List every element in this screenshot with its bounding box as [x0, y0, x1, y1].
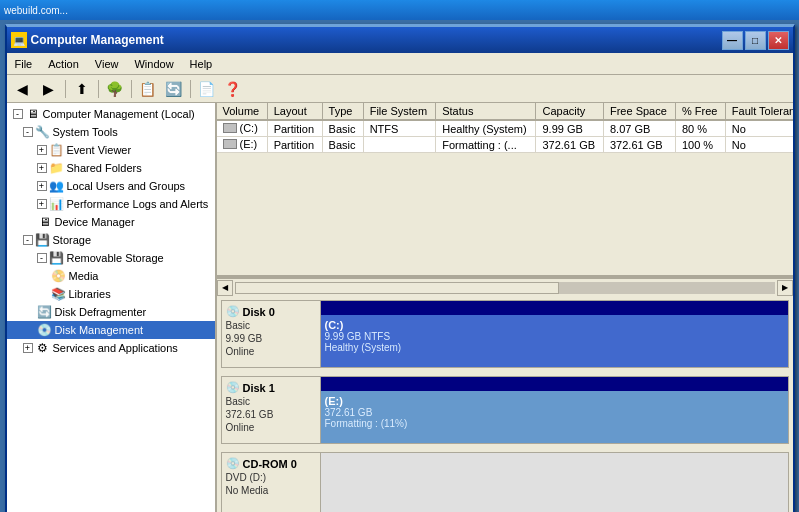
tree-root[interactable]: - 🖥 Computer Management (Local) — [7, 105, 215, 123]
window-icon: 💻 — [11, 32, 27, 48]
cell-capacity: 372.61 GB — [536, 137, 604, 153]
tree-local-users[interactable]: + 👥 Local Users and Groups — [7, 177, 215, 195]
cdrom0-row: 💿 CD-ROM 0 DVD (D:) No Media — [221, 452, 789, 512]
title-buttons: — □ ✕ — [722, 31, 789, 50]
cell-freespace: 8.07 GB — [603, 120, 675, 137]
disk0-label: 💿 Disk 0 Basic 9.99 GB Online — [221, 300, 321, 368]
removable-storage-label: Removable Storage — [67, 252, 164, 264]
disk1-partition-size: 372.61 GB — [325, 407, 784, 418]
computer-icon: 🖥 — [25, 107, 41, 121]
cell-layout: Partition — [267, 137, 322, 153]
cdrom0-type: DVD (D:) — [226, 472, 316, 483]
disk0-size: 9.99 GB — [226, 333, 316, 344]
toolbar: ◀ ▶ ⬆ 🌳 📋 🔄 📄 ❓ — [7, 75, 793, 103]
event-viewer-icon: 📋 — [49, 143, 65, 157]
toolbar-sep-4 — [190, 80, 191, 98]
tree-services-apps[interactable]: + ⚙ Services and Applications — [7, 339, 215, 357]
cell-fault: No — [725, 120, 792, 137]
disk1-label: 💿 Disk 1 Basic 372.61 GB Online — [221, 376, 321, 444]
disk1-type: Basic — [226, 396, 316, 407]
os-label: webuild.com... — [4, 5, 68, 16]
help-toolbar-button[interactable]: ❓ — [221, 78, 245, 100]
disk1-partition-body: (E:) 372.61 GB Formatting : (11%) — [321, 391, 788, 443]
menu-window[interactable]: Window — [126, 56, 181, 72]
disk0-partition-status: Healthy (System) — [325, 342, 784, 353]
tree-storage[interactable]: - 💾 Storage — [7, 231, 215, 249]
disk0-partition-body: (C:) 9.99 GB NTFS Healthy (System) — [321, 315, 788, 367]
disk1-row: 💿 Disk 1 Basic 372.61 GB Online (E:) 3 — [221, 376, 789, 444]
tree-root-label: Computer Management (Local) — [43, 108, 195, 120]
media-icon: 📀 — [51, 269, 67, 283]
scroll-right-arrow[interactable]: ▶ — [777, 280, 793, 296]
col-status[interactable]: Status — [436, 103, 536, 120]
col-percentfree[interactable]: % Free — [675, 103, 725, 120]
scroll-left-arrow[interactable]: ◀ — [217, 280, 233, 296]
forward-button[interactable]: ▶ — [37, 78, 61, 100]
title-bar: 💻 Computer Management — □ ✕ — [7, 27, 793, 53]
col-layout[interactable]: Layout — [267, 103, 322, 120]
cdrom0-label: 💿 CD-ROM 0 DVD (D:) No Media — [221, 452, 321, 512]
tree-device-manager[interactable]: 🖥 Device Manager — [7, 213, 215, 231]
local-users-icon: 👥 — [49, 179, 65, 193]
maximize-button[interactable]: □ — [745, 31, 766, 50]
local-users-label: Local Users and Groups — [67, 180, 186, 192]
perf-logs-icon: 📊 — [49, 197, 65, 211]
col-fault[interactable]: Fault Tolerance — [725, 103, 792, 120]
disk1-size: 372.61 GB — [226, 409, 316, 420]
local-users-expand[interactable]: + — [37, 181, 47, 191]
col-capacity[interactable]: Capacity — [536, 103, 604, 120]
cell-status: Formatting : (... — [436, 137, 536, 153]
cdrom0-icon: 💿 — [226, 457, 240, 470]
refresh-button[interactable]: 🔄 — [162, 78, 186, 100]
system-tools-icon: 🔧 — [35, 125, 51, 139]
menu-view[interactable]: View — [87, 56, 127, 72]
tree-shared-folders[interactable]: + 📁 Shared Folders — [7, 159, 215, 177]
tree-media[interactable]: 📀 Media — [7, 267, 215, 285]
tree-removable-storage[interactable]: - 💾 Removable Storage — [7, 249, 215, 267]
shared-folders-icon: 📁 — [49, 161, 65, 175]
col-type[interactable]: Type — [322, 103, 363, 120]
root-expand[interactable]: - — [13, 109, 23, 119]
shared-expand[interactable]: + — [37, 163, 47, 173]
table-row[interactable]: (C:) Partition Basic NTFS Healthy (Syste… — [217, 120, 793, 137]
export-button[interactable]: 📄 — [195, 78, 219, 100]
up-button[interactable]: ⬆ — [70, 78, 94, 100]
col-filesystem[interactable]: File System — [363, 103, 436, 120]
tree-libraries[interactable]: 📚 Libraries — [7, 285, 215, 303]
menu-file[interactable]: File — [7, 56, 41, 72]
back-button[interactable]: ◀ — [11, 78, 35, 100]
cdrom0-title: 💿 CD-ROM 0 — [226, 457, 316, 470]
event-expand[interactable]: + — [37, 145, 47, 155]
tree-disk-defrag[interactable]: 🔄 Disk Defragmenter — [7, 303, 215, 321]
storage-expand[interactable]: - — [23, 235, 33, 245]
show-hide-tree[interactable]: 🌳 — [103, 78, 127, 100]
disk0-partition-c[interactable]: (C:) 9.99 GB NTFS Healthy (System) — [321, 301, 788, 367]
scroll-thumb[interactable] — [235, 282, 559, 294]
tree-disk-management[interactable]: 💿 Disk Management — [7, 321, 215, 339]
col-freespace[interactable]: Free Space — [603, 103, 675, 120]
menu-action[interactable]: Action — [40, 56, 87, 72]
close-button[interactable]: ✕ — [768, 31, 789, 50]
tree-system-tools[interactable]: - 🔧 System Tools — [7, 123, 215, 141]
table-row[interactable]: (E:) Partition Basic Formatting : (... 3… — [217, 137, 793, 153]
system-tools-expand[interactable]: - — [23, 127, 33, 137]
menu-help[interactable]: Help — [182, 56, 221, 72]
cell-type: Basic — [322, 120, 363, 137]
toolbar-sep-1 — [65, 80, 66, 98]
removable-expand[interactable]: - — [37, 253, 47, 263]
disk0-partition-name: (C:) — [325, 319, 784, 331]
horizontal-scrollbar[interactable]: ◀ ▶ — [217, 278, 793, 296]
scroll-track[interactable] — [235, 282, 775, 294]
disk-table: Volume Layout Type File System Status Ca… — [217, 103, 793, 153]
disk1-partition-e[interactable]: (E:) 372.61 GB Formatting : (11%) — [321, 377, 788, 443]
col-volume[interactable]: Volume — [217, 103, 268, 120]
event-viewer-label: Event Viewer — [67, 144, 132, 156]
properties-button[interactable]: 📋 — [136, 78, 160, 100]
tree-event-viewer[interactable]: + 📋 Event Viewer — [7, 141, 215, 159]
tree-perf-logs[interactable]: + 📊 Performance Logs and Alerts — [7, 195, 215, 213]
perf-expand[interactable]: + — [37, 199, 47, 209]
cell-freespace: 372.61 GB — [603, 137, 675, 153]
cell-percentfree: 80 % — [675, 120, 725, 137]
minimize-button[interactable]: — — [722, 31, 743, 50]
services-expand[interactable]: + — [23, 343, 33, 353]
